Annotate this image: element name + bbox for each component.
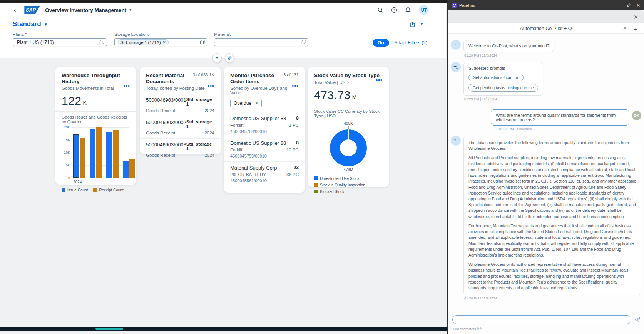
- chat-area[interactable]: Welcome to Co-Pilot, what's on your mind…: [448, 34, 644, 299]
- bar-groups: [73, 127, 129, 178]
- filter-collapse-controls: [212, 53, 234, 62]
- share-chevron-icon[interactable]: ▼: [420, 22, 423, 26]
- donut-ring[interactable]: [330, 129, 367, 166]
- go-button[interactable]: Go: [373, 39, 389, 47]
- donut-legend: Unrestricted-Use Stock Stock in Quality …: [314, 176, 383, 194]
- timestamp: 01:30 PM | 11/8/2024: [451, 127, 627, 131]
- plant-label: Plant:: [13, 32, 24, 37]
- new-tab-icon[interactable]: +: [631, 24, 640, 34]
- card-count: 3 of 131: [283, 72, 299, 77]
- pixiebrix-titlebar: PixieBrix ✕: [448, 0, 644, 10]
- card-subtitle: Today, sorted by Posting Date: [146, 86, 205, 91]
- card-stock-value[interactable]: Stock Value by Stock Type Total Value | …: [308, 67, 389, 187]
- storage-location-token[interactable]: Std. storage 1 (171A)✕: [118, 39, 169, 45]
- token-remove-icon[interactable]: ✕: [163, 40, 166, 44]
- overdue-filter-select[interactable]: Overdue▼: [230, 99, 262, 107]
- card-recent-material-documents[interactable]: Recent Material Documents 3 of 663.1K To…: [140, 67, 221, 154]
- material-field[interactable]: [214, 38, 308, 46]
- card-subtitle: Goods Movements in Total: [62, 86, 114, 91]
- legend-swatch: [314, 190, 318, 193]
- variant-title[interactable]: Standard: [13, 20, 41, 28]
- legend-swatch: [62, 188, 65, 192]
- filter-bar: Plant:* Storage Location: Std. storage 1…: [0, 30, 446, 55]
- bar-group-q2[interactable]: [90, 127, 102, 178]
- x-axis-label: 2024: [73, 180, 130, 184]
- app-title-chevron-icon[interactable]: ▼: [129, 8, 132, 12]
- filter-plant: Plant:*: [13, 32, 107, 46]
- chevron-down-icon: ▼: [255, 102, 258, 105]
- donut-bottom-label: 473M: [314, 168, 383, 172]
- pixiebrix-logo-icon: [452, 3, 457, 8]
- filter-actions: Go Adapt Filters (2): [373, 39, 427, 47]
- card-title: Recent Material Documents: [146, 72, 193, 84]
- bar-group-q3[interactable]: [106, 130, 119, 178]
- shell-actions: ? UT: [377, 5, 429, 15]
- overflow-menu-icon[interactable]: •••: [123, 84, 130, 87]
- suggestions-bubble: Suggested prompts Get automations I can …: [463, 62, 543, 96]
- bot-message: Welcome to Co-Pilot, what's on your mind…: [451, 40, 641, 52]
- chat-input[interactable]: [452, 315, 631, 324]
- user-message: What are the terms around quality standa…: [451, 109, 641, 126]
- variant-chevron-icon[interactable]: ▼: [44, 22, 48, 27]
- plant-field[interactable]: [13, 38, 107, 46]
- share-icon[interactable]: [410, 22, 415, 27]
- document-list-item[interactable]: 5000046903/0001Std. storage 1 Goods Rece…: [146, 97, 214, 113]
- filter-storage-location: Storage Location: Std. storage 1 (171A)✕: [114, 32, 207, 46]
- close-panel-icon[interactable]: ✕: [636, 3, 640, 8]
- storage-location-field[interactable]: Std. storage 1 (171A)✕: [114, 38, 207, 46]
- composer: [452, 315, 641, 324]
- legend-swatch: [93, 188, 97, 192]
- material-input[interactable]: [217, 39, 299, 45]
- send-icon[interactable]: [634, 317, 641, 323]
- chars-remaining: 500 characters left: [453, 327, 482, 331]
- legend-label: Stock in Quality Inspection: [320, 183, 365, 187]
- document-list-item[interactable]: 5000046903/0003Std. storage 1 Goods Rece…: [146, 142, 214, 158]
- user-chat-avatar: DK: [632, 111, 641, 120]
- donut-chart: 405K 473M: [314, 121, 383, 172]
- screen: ‹ SAP Overview Inventory Management ▼ ? …: [0, 0, 644, 334]
- variant-row: Standard ▼ ▼: [0, 17, 446, 30]
- adapt-filters-button[interactable]: Adapt Filters (2): [395, 40, 427, 45]
- prompt-chip[interactable]: Get pending tasks assinged to me: [468, 84, 538, 92]
- gear-icon[interactable]: [633, 14, 639, 20]
- pin-filter-icon[interactable]: [225, 53, 234, 62]
- sap-logo[interactable]: SAP: [24, 6, 40, 14]
- plant-input[interactable]: [16, 39, 97, 45]
- timestamp: 01:30 PM | 11/8/2024: [464, 297, 641, 299]
- collapse-filter-icon[interactable]: [212, 53, 222, 62]
- close-copilot-icon[interactable]: ✕: [623, 25, 627, 31]
- timestamp: 01:29 PM | 11/8/2024: [464, 97, 641, 101]
- po-list-item[interactable]: Domestic US Supplier 888 Forklift10 PC 4…: [230, 140, 299, 158]
- app-title[interactable]: Overview Inventory Management: [45, 7, 126, 13]
- svg-text:?: ?: [393, 8, 395, 12]
- copilot-panel: PixieBrix ✕ Automation Co-Pilot + Q ✕ + …: [447, 0, 644, 334]
- kpi-value: 473.73M: [314, 89, 383, 102]
- value-help-icon[interactable]: [99, 40, 104, 45]
- notifications-bell-icon[interactable]: [405, 7, 411, 13]
- value-help-icon[interactable]: [301, 40, 306, 45]
- card-title: Warehouse Throughput History: [62, 72, 130, 84]
- value-help-icon[interactable]: [200, 40, 205, 45]
- bot-avatar-sparkle-icon: [451, 40, 461, 50]
- card-monitor-purchase-orders[interactable]: Monitor Purchase Order Items 3 of 131 So…: [224, 67, 305, 193]
- legend-label: Unrestricted-Use Stock: [320, 176, 360, 181]
- bar-group-q1[interactable]: [73, 134, 85, 178]
- overflow-menu-icon[interactable]: •••: [376, 79, 383, 82]
- search-icon[interactable]: [377, 7, 383, 13]
- po-list-item[interactable]: Material Supply Corp23 26ECR-BATTERY36 P…: [230, 165, 299, 183]
- pin-panel-icon[interactable]: [627, 3, 631, 7]
- card-title: Stock Value by Stock Type: [314, 72, 383, 79]
- prompt-chip[interactable]: Get automations I can run: [468, 74, 524, 81]
- document-list-item[interactable]: 5000046903/0002Std. storage 1 Goods Rece…: [146, 119, 214, 135]
- overflow-menu-icon[interactable]: •••: [207, 84, 214, 87]
- help-icon[interactable]: ?: [391, 7, 397, 13]
- bar-group-q4[interactable]: [123, 159, 135, 178]
- po-list-item[interactable]: Domestic US Supplier 888 Forklift1 PC 45…: [230, 116, 299, 134]
- card-warehouse-throughput[interactable]: Warehouse Throughput History Goods Movem…: [55, 67, 136, 185]
- user-avatar[interactable]: UT: [419, 5, 429, 15]
- back-icon[interactable]: ‹: [14, 7, 16, 13]
- bot-avatar-sparkle-icon: [451, 62, 461, 72]
- kpi-value: 122K: [62, 94, 130, 107]
- legend-label: Issue Count: [67, 188, 88, 192]
- overflow-menu-icon[interactable]: •••: [292, 84, 299, 87]
